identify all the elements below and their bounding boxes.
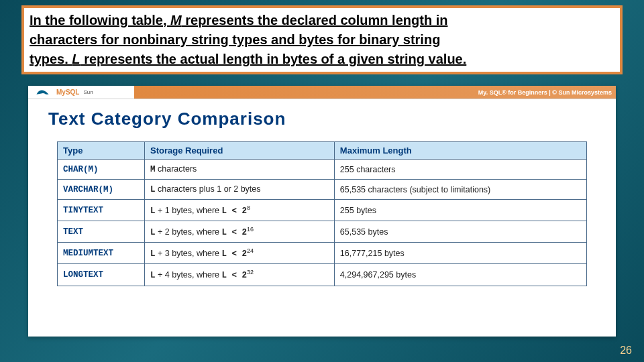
page-number: 26 — [620, 345, 632, 357]
cell-storage: L + 3 bytes, where L < 224 — [145, 243, 335, 264]
col-storage: Storage Required — [145, 142, 335, 160]
intro-line1a: In the following table, — [30, 13, 170, 27]
dolphin-icon — [35, 88, 55, 97]
cell-type: LONGTEXT — [58, 264, 145, 286]
cell-type: MEDIUMTEXT — [58, 243, 145, 264]
intro-var-l: L — [72, 52, 80, 66]
intro-text-box: In the following table, M represents the… — [21, 5, 623, 74]
mysql-logo-text: MySQL — [56, 88, 79, 96]
cell-storage: L + 1 bytes, where L < 28 — [145, 200, 335, 221]
content-panel: MySQL Sun My. SQL® for Beginners | © Sun… — [28, 86, 616, 337]
cell-maxlen: 65,535 bytes — [334, 221, 586, 243]
cell-storage: L characters plus 1 or 2 bytes — [145, 180, 335, 200]
cell-type: TEXT — [58, 221, 145, 243]
sun-text: Sun — [83, 89, 93, 95]
cell-storage: L + 4 bytes, where L < 232 — [145, 264, 335, 286]
cell-maxlen: 4,294,967,295 bytes — [334, 264, 586, 286]
table-row: TINYTEXTL + 1 bytes, where L < 28255 byt… — [58, 200, 587, 221]
cell-maxlen: 65,535 characters (subject to limitation… — [334, 180, 586, 200]
table-row: CHAR(M)M characters255 characters — [58, 160, 587, 180]
cell-type: CHAR(M) — [58, 160, 145, 180]
table-header-row: Type Storage Required Maximum Length — [58, 142, 587, 160]
intro-line2: characters for nonbinary string types an… — [30, 32, 440, 47]
cell-type: VARCHAR(M) — [58, 180, 145, 200]
table-row: VARCHAR(M)L characters plus 1 or 2 bytes… — [58, 180, 587, 200]
cell-maxlen: 16,777,215 bytes — [334, 243, 586, 264]
cell-storage: L + 2 bytes, where L < 216 — [145, 221, 335, 243]
top-strip: MySQL Sun My. SQL® for Beginners | © Sun… — [28, 86, 616, 99]
slide-heading: Text Category Comparison — [28, 99, 616, 141]
intro-line1c: represents the declared column length in — [182, 13, 448, 27]
intro-line3a: types. — [30, 52, 72, 66]
intro-var-m: M — [170, 13, 182, 27]
mysql-logo: MySQL Sun — [32, 88, 93, 97]
cell-maxlen: 255 bytes — [334, 200, 586, 221]
strip-right-text: My. SQL® for Beginners | © Sun Microsyst… — [478, 89, 612, 96]
cell-type: TINYTEXT — [58, 200, 145, 221]
comparison-table: Type Storage Required Maximum Length CHA… — [57, 141, 587, 286]
table-row: TEXTL + 2 bytes, where L < 21665,535 byt… — [58, 221, 587, 243]
col-maxlen: Maximum Length — [334, 142, 586, 160]
table-row: MEDIUMTEXTL + 3 bytes, where L < 22416,7… — [58, 243, 587, 264]
intro-line3c: represents the actual length in bytes of… — [80, 52, 467, 66]
table-row: LONGTEXTL + 4 bytes, where L < 2324,294,… — [58, 264, 587, 286]
col-type: Type — [58, 142, 145, 160]
cell-storage: M characters — [145, 160, 335, 180]
cell-maxlen: 255 characters — [334, 160, 586, 180]
